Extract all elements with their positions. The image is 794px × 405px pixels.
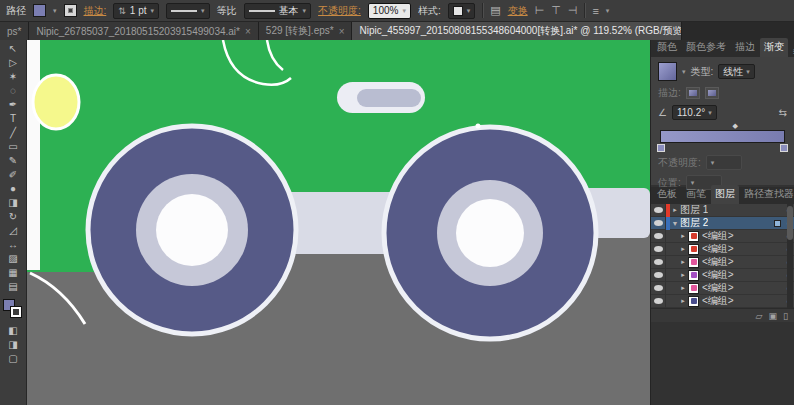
gradient-type-caret-icon[interactable]: ▾ [746, 68, 750, 75]
free-transform-tool-icon[interactable]: ▨ [3, 252, 24, 266]
width-profile-combo[interactable]: ▾ [166, 3, 210, 19]
toolbar-stroke-swatch[interactable] [10, 306, 22, 318]
document-tab-active[interactable]: Nipic_455997_20150808155348604000[转换].ai… [352, 22, 682, 40]
stroke-weight-combo[interactable]: ⇅ 1 pt ▾ [113, 3, 159, 19]
screen-mode-icon[interactable]: ▢ [3, 352, 24, 366]
visibility-toggle[interactable] [651, 256, 666, 269]
expand-icon[interactable]: ▸ [670, 206, 680, 214]
layer-name[interactable]: 图层 2 [680, 216, 708, 230]
stroke-weight-caret-icon[interactable]: ▾ [151, 7, 155, 14]
panel-menu-icon[interactable]: ≡ [789, 46, 794, 57]
visibility-toggle[interactable] [651, 204, 666, 217]
tab-pathfinder[interactable]: 路径查找器 [740, 185, 794, 204]
width-profile-caret-icon[interactable]: ▾ [201, 7, 205, 14]
tab-brushes[interactable]: 画笔 [682, 185, 710, 204]
make-mask-icon[interactable]: ▱ [756, 311, 763, 321]
layer-row[interactable]: ▸ 图层 1 ○ [651, 204, 794, 217]
fill-color-swatch[interactable] [33, 4, 46, 17]
gradient-angle-caret-icon[interactable]: ▾ [708, 109, 712, 116]
gradient-midpoint-icon[interactable]: ◆ [733, 122, 738, 130]
stroke-weight-stepper-icon[interactable]: ⇅ [118, 6, 126, 16]
expand-icon[interactable]: ▸ [678, 245, 688, 253]
document-tab[interactable]: 529 [转换].eps* × [259, 22, 353, 40]
expand-icon[interactable]: ▸ [678, 271, 688, 279]
gradient-stop-right[interactable] [780, 144, 788, 152]
mesh-tool-icon[interactable]: ▦ [3, 266, 24, 280]
gradient-angle-combo[interactable]: 110.2° ▾ [672, 105, 717, 120]
anchor-point-dot[interactable] [476, 124, 481, 129]
new-layer-icon[interactable]: ▣ [769, 311, 778, 321]
visibility-toggle[interactable] [651, 269, 666, 282]
gradient-swatch-caret-icon[interactable]: ▾ [682, 68, 686, 75]
scale-tool-icon[interactable]: ◿ [3, 224, 24, 238]
fill-stroke-indicator[interactable] [2, 298, 24, 320]
layers-scrollbar[interactable] [787, 204, 793, 308]
magic-wand-tool-icon[interactable]: ✶ [3, 70, 24, 84]
headlight-shape[interactable] [33, 75, 79, 129]
opacity-combo[interactable]: 100% ▾ [368, 3, 411, 19]
visibility-toggle[interactable] [651, 217, 666, 230]
item-name[interactable]: <编组> [702, 255, 734, 269]
fill-caret-icon[interactable]: ▾ [53, 7, 57, 14]
tab-color-guide[interactable]: 颜色参考 [682, 38, 730, 57]
visibility-toggle[interactable] [651, 282, 666, 295]
draw-behind-mode-icon[interactable]: ◨ [3, 338, 24, 352]
tab-close-icon[interactable]: × [339, 26, 345, 37]
opacity-caret-icon[interactable]: ▾ [402, 7, 406, 14]
align-right-icon[interactable]: ⊣ [568, 4, 578, 17]
item-name[interactable]: <编组> [702, 242, 734, 256]
gradient-slider[interactable]: ◆ [660, 130, 785, 143]
stroke-gradient-along-icon[interactable] [705, 87, 719, 99]
document-setup-icon[interactable]: ▤ [490, 4, 500, 17]
layers-scrollbar-thumb[interactable] [787, 206, 793, 240]
visibility-toggle[interactable] [651, 230, 666, 243]
rectangle-tool-icon[interactable]: ▭ [3, 140, 24, 154]
eraser-tool-icon[interactable]: ◨ [3, 196, 24, 210]
door-handle-inner[interactable] [357, 89, 421, 107]
tab-stroke[interactable]: 描边 [731, 38, 759, 57]
options-caret-icon[interactable]: ▾ [606, 7, 610, 14]
visibility-toggle[interactable] [651, 295, 666, 308]
style-combo[interactable]: ▾ [448, 3, 476, 19]
expand-icon[interactable]: ▸ [678, 297, 688, 305]
layer-item-row[interactable]: ▸ <编组> ○ [651, 295, 794, 308]
brush-caret-icon[interactable]: ▾ [303, 7, 307, 14]
item-name[interactable]: <编组> [702, 294, 734, 308]
pencil-tool-icon[interactable]: ✐ [3, 168, 24, 182]
tab-gradient[interactable]: 渐变 [760, 38, 788, 57]
stroke-panel-link[interactable]: 描边: [84, 4, 107, 18]
document-tab[interactable]: ps* [0, 22, 29, 40]
gradient-stop-left[interactable] [657, 144, 665, 152]
draw-normal-mode-icon[interactable]: ◧ [3, 324, 24, 338]
stroke-gradient-within-icon[interactable] [686, 87, 700, 99]
document-tab[interactable]: Nipic_26785037_20180515203915499034.ai* … [29, 22, 258, 40]
rotate-tool-icon[interactable]: ↻ [3, 210, 24, 224]
layer-name[interactable]: 图层 1 [680, 203, 708, 217]
gradient-type-combo[interactable]: 线性 ▾ [718, 64, 755, 79]
item-name[interactable]: <编组> [702, 229, 734, 243]
tab-close-icon[interactable]: × [245, 26, 251, 37]
reverse-gradient-icon[interactable]: ⇆ [779, 107, 787, 118]
expand-icon[interactable]: ▸ [678, 232, 688, 240]
gradient-fill-swatch[interactable] [658, 62, 677, 81]
item-name[interactable]: <编组> [702, 268, 734, 282]
expand-icon[interactable]: ▸ [678, 258, 688, 266]
style-caret-icon[interactable]: ▾ [467, 7, 471, 14]
align-top-icon[interactable]: ⊤ [551, 4, 561, 17]
gradient-slider-bar[interactable] [660, 130, 785, 143]
artboard-canvas[interactable] [27, 40, 650, 405]
type-tool-icon[interactable]: T [3, 112, 24, 126]
options-menu-icon[interactable]: ≡ [592, 5, 598, 17]
tab-color[interactable]: 颜色 [653, 38, 681, 57]
tab-swatches[interactable]: 色板 [653, 185, 681, 204]
item-name[interactable]: <编组> [702, 281, 734, 295]
left-wheel-center[interactable] [156, 194, 228, 266]
expand-icon[interactable]: ▼ [670, 220, 680, 227]
opacity-panel-link[interactable]: 不透明度: [318, 4, 361, 18]
stroke-color-swatch[interactable] [64, 4, 77, 17]
direct-selection-tool-icon[interactable]: ▷ [3, 56, 24, 70]
width-tool-icon[interactable]: ↔ [3, 238, 24, 252]
line-segment-tool-icon[interactable]: ╱ [3, 126, 24, 140]
blob-brush-tool-icon[interactable]: ● [3, 182, 24, 196]
right-wheel-center[interactable] [456, 199, 524, 267]
